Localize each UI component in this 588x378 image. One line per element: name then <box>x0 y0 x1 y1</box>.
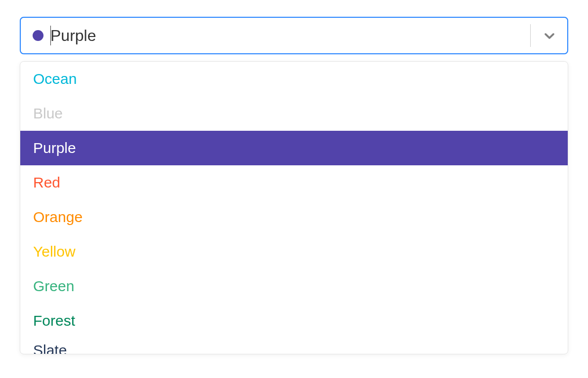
chevron-down-icon[interactable] <box>540 26 559 45</box>
color-option-purple[interactable]: Purple <box>20 131 568 165</box>
select-indicators <box>530 22 559 49</box>
color-option-blue: Blue <box>20 96 568 131</box>
color-option-green[interactable]: Green <box>20 269 568 303</box>
color-option-slate[interactable]: Slate <box>20 338 568 354</box>
selected-color-label: Purple <box>50 28 96 43</box>
text-caret <box>50 26 51 45</box>
color-option-yellow[interactable]: Yellow <box>20 234 568 269</box>
color-select-value: Purple <box>33 28 530 43</box>
color-option-red[interactable]: Red <box>20 165 568 200</box>
color-option-forest[interactable]: Forest <box>20 303 568 338</box>
selected-color-dot <box>33 30 43 41</box>
color-option-orange[interactable]: Orange <box>20 200 568 234</box>
color-option-ocean[interactable]: Ocean <box>20 62 568 96</box>
color-select-menu[interactable]: OceanBluePurpleRedOrangeYellowGreenFores… <box>20 61 568 354</box>
indicator-separator <box>530 24 531 47</box>
color-select-control[interactable]: Purple <box>20 17 568 54</box>
